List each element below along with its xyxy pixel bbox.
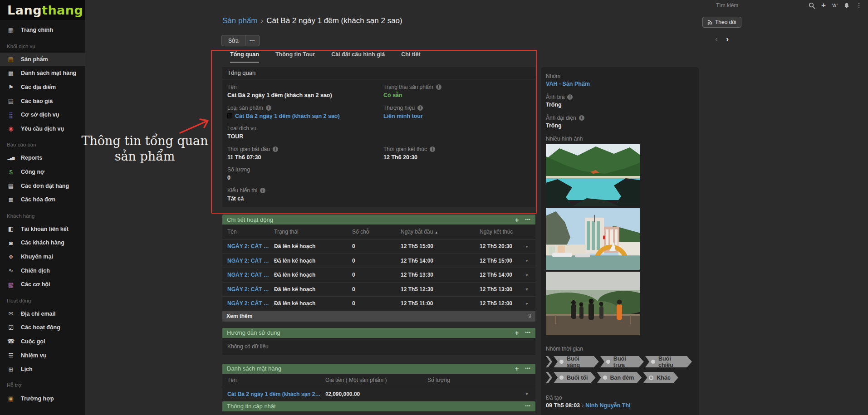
sidebar-item-lich[interactable]: ⊞Lịch: [0, 362, 85, 376]
sidebar-item-cuoc-goi[interactable]: ☎Cuộc gọi: [0, 335, 85, 349]
sidebar-item-dia-chi-email[interactable]: ✉Địa chỉ email: [0, 307, 85, 321]
sidebar-item-cac-hoat-dong[interactable]: ☑Các hoạt động: [0, 321, 85, 335]
sidebar-item-trang-chinh[interactable]: ▦Trang chính: [0, 23, 85, 37]
activity-link[interactable]: NGÀY 2: CÁT B...: [227, 272, 274, 278]
sidebar-item-cac-bao-gia[interactable]: ▤Các báo giá: [0, 94, 85, 108]
tag-dot-icon: [559, 360, 564, 364]
gallery-photo-lagoon[interactable]: [546, 144, 640, 206]
info-icon[interactable]: i: [579, 115, 584, 121]
tag-dot-icon: [651, 360, 655, 364]
tag-khac[interactable]: Khác: [643, 372, 678, 383]
table-row[interactable]: NGÀY 2: CÁT B... Đã lên kế hoạch 0 12 Th…: [222, 268, 535, 283]
breadcrumb-module-link[interactable]: Sản phẩm: [222, 16, 258, 25]
edit-button[interactable]: Sửa: [222, 35, 245, 46]
update-info-panel-header: Thông tin cập nhật •••: [222, 401, 535, 411]
time-group-label: Nhóm thời gian: [546, 345, 693, 352]
items-grid-icon: ▩: [7, 70, 15, 77]
info-icon[interactable]: i: [273, 146, 278, 152]
field-brand-value[interactable]: Liên minh tour: [383, 112, 530, 120]
items-table-header: Tên Giá tiền ( Một sản phẩm ) Số lượng: [222, 374, 535, 387]
sidebar-item-cac-dia-diem[interactable]: ⚑Các địa điểm: [0, 80, 85, 94]
info-icon[interactable]: i: [266, 105, 271, 111]
sidebar-item-cac-co-hoi[interactable]: ▧Các cơ hội: [0, 278, 85, 292]
sidebar-item-truong-hop[interactable]: ▣Trường hợp: [0, 391, 85, 405]
sidebar-item-cong-no[interactable]: $Công nợ: [0, 165, 85, 179]
panel-more-icon[interactable]: •••: [525, 331, 531, 335]
info-icon[interactable]: i: [417, 105, 423, 111]
info-icon[interactable]: i: [260, 188, 265, 193]
search-icon[interactable]: [809, 1, 815, 10]
sidebar-item-cac-don-dat-hang[interactable]: ▤Các đơn đặt hàng: [0, 179, 85, 193]
sidebar-item-nhiem-vu[interactable]: ☰Nhiệm vụ: [0, 348, 85, 362]
tab-chi-tiet[interactable]: Chi tiết: [401, 51, 420, 63]
field-empty: [383, 166, 530, 187]
field-empty: [383, 187, 530, 208]
record-more-button[interactable]: •••: [245, 35, 259, 46]
sidebar-item-co-so-dich-vu[interactable]: ⣿Cơ sở dịch vụ: [0, 108, 85, 122]
row-dropdown-icon[interactable]: ▾: [521, 391, 533, 396]
previous-record-arrow[interactable]: ‹: [715, 34, 718, 44]
invoice-icon: ≣: [7, 196, 15, 203]
activity-link[interactable]: NGÀY 2: CÁT B...: [227, 286, 274, 293]
gallery-photo-viewpoint[interactable]: [546, 272, 640, 335]
field-product-type-value[interactable]: Cát Bà 2 ngày 1 đêm (khách sạn 2 sao): [227, 112, 374, 120]
field-display-type: Kiểu hiển thịi Tất cả: [227, 187, 374, 208]
tab-thong-tin-tour[interactable]: Thông tin Tour: [275, 51, 315, 63]
tag-buoi-toi[interactable]: Buổi tối: [554, 372, 596, 383]
add-icon[interactable]: +: [515, 216, 519, 223]
info-icon[interactable]: i: [567, 94, 573, 100]
show-more-button[interactable]: Xem thêm 9: [222, 311, 535, 322]
follow-button[interactable]: Theo dõi: [702, 17, 741, 28]
guide-panel-header: Hướng dẫn sử dụng + •••: [222, 328, 535, 338]
app-logo[interactable]: Langthang: [0, 0, 85, 20]
sidebar-item-cac-hoa-don[interactable]: ≣Các hóa đơn: [0, 193, 85, 207]
gallery-photo-harbor[interactable]: [546, 208, 640, 270]
tag-ban-dem[interactable]: Ban đêm: [597, 372, 642, 383]
tag-chevron-icon: [546, 356, 552, 367]
sidebar-item-danh-sach-mat-hang[interactable]: ▩Danh sách mặt hàng: [0, 66, 85, 80]
info-icon[interactable]: i: [430, 146, 435, 152]
language-icon[interactable]: 'A': [832, 1, 838, 10]
avatar-image-label: Ảnh đại diệni: [546, 114, 693, 122]
tab-cai-dat-cau-hinh-gia[interactable]: Cài đặt cấu hình giá: [331, 51, 385, 63]
info-icon[interactable]: i: [436, 84, 441, 90]
activity-link[interactable]: NGÀY 2: CÁT B...: [227, 258, 274, 264]
next-record-arrow[interactable]: ›: [726, 34, 729, 44]
add-icon[interactable]: +: [515, 329, 519, 336]
table-row[interactable]: Cát Bà 2 ngày 1 đêm (khách sạn 2 sao) ₫2…: [222, 387, 535, 401]
panel-more-icon[interactable]: •••: [525, 218, 531, 222]
panel-more-icon[interactable]: •••: [525, 404, 531, 408]
activity-link[interactable]: NGÀY 2: CÁT B...: [227, 300, 274, 307]
sidebar-item-tai-khoan-lien-ket[interactable]: ◧Tài khoản liên kết: [0, 222, 85, 236]
search-input[interactable]: Tìm kiếm: [716, 2, 738, 9]
table-row[interactable]: NGÀY 2: CÁT B... Đã lên kế hoạch 0 12 Th…: [222, 283, 535, 297]
created-by-link[interactable]: Ninh Nguyễn Thị: [585, 402, 630, 409]
table-row[interactable]: NGÀY 2: CÁT B... Đã lên kế hoạch 0 12 Th…: [222, 254, 535, 269]
kebab-menu-icon[interactable]: ⋮: [856, 1, 862, 10]
row-dropdown-icon[interactable]: ▾: [521, 258, 533, 263]
quick-create-icon[interactable]: +: [821, 1, 826, 10]
avatar-image-value: Trống: [546, 122, 693, 130]
table-row[interactable]: NGÀY 2: CÁT B... Đã lên kế hoạch 0 12 Th…: [222, 297, 535, 311]
sidebar-item-khuyen-mai[interactable]: ❖Khuyến mại: [0, 250, 85, 264]
sidebar-item-san-pham[interactable]: ▤Sản phẩm: [0, 53, 85, 67]
activity-link[interactable]: NGÀY 2: CÁT B...: [227, 243, 274, 249]
table-row[interactable]: NGÀY 2: CÁT B... Đã lên kế hoạch 0 12 Th…: [222, 239, 535, 254]
sidebar-item-chien-dich[interactable]: ∿Chiến dịch: [0, 264, 85, 278]
row-dropdown-icon[interactable]: ▾: [521, 273, 533, 278]
add-icon[interactable]: +: [515, 365, 519, 372]
activity-table-header: Tên Trạng thái Số chỗ Ngày bắt đầu▴ Ngày…: [222, 225, 535, 239]
row-dropdown-icon[interactable]: ▾: [521, 244, 533, 249]
tab-tong-quan[interactable]: Tổng quan: [230, 51, 259, 63]
panel-more-icon[interactable]: •••: [525, 366, 531, 371]
row-dropdown-icon[interactable]: ▾: [521, 287, 533, 292]
notifications-bell-icon[interactable]: [843, 1, 850, 10]
tag-buoi-chieu[interactable]: Buổi chiều: [645, 356, 692, 367]
group-value-link[interactable]: VAH - Sản Phẩm: [546, 80, 693, 88]
sidebar-item-cac-khach-hang[interactable]: ◙Các khách hàng: [0, 236, 85, 250]
sorted-column[interactable]: Ngày bắt đầu▴: [401, 229, 480, 235]
tag-buoi-sang[interactable]: Buổi sáng: [554, 356, 599, 367]
tag-buoi-trua[interactable]: Buổi trưa: [600, 356, 644, 367]
row-dropdown-icon[interactable]: ▾: [521, 301, 533, 306]
item-link[interactable]: Cát Bà 2 ngày 1 đêm (khách sạn 2 sao): [227, 391, 325, 397]
